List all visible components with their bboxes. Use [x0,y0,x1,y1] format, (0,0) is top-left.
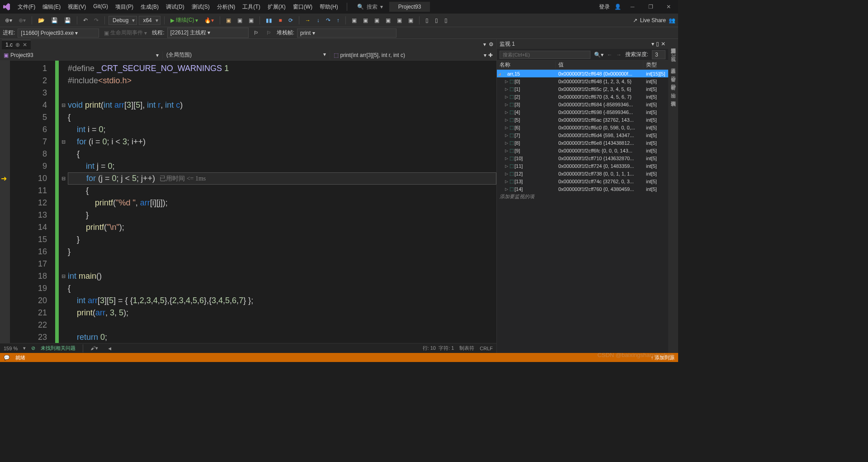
tool2-icon[interactable]: ▣ [235,16,245,25]
menu-analyze[interactable]: 分析(N) [214,1,239,13]
col-name[interactable]: 名称 [497,61,556,69]
close-button[interactable]: ✕ [662,4,675,10]
login-button[interactable]: 登录 [599,3,610,11]
close-tab-icon[interactable]: ✕ [23,42,27,48]
undo-icon[interactable]: ↶ [81,16,90,25]
tool3-icon[interactable]: ▣ [246,16,256,25]
tab-file[interactable]: 1.c⊕✕ [2,40,31,49]
plus-icon[interactable]: ✚ [488,52,493,58]
step-out-icon[interactable]: ↑ [335,16,342,25]
chat-icon[interactable]: 💬 [4,355,10,361]
menu-debug[interactable]: 调试(D) [163,1,188,13]
menu-window[interactable]: 窗口(W) [290,1,316,13]
maximize-button[interactable]: ❐ [644,4,657,10]
platform-combo[interactable]: x64 [139,16,160,25]
step-over-icon[interactable]: ↷ [324,16,333,25]
search-icon[interactable]: 🔍▾ [594,52,604,58]
watch-row[interactable]: ▷⬚ [5]0x000000f1f2cff6ac {32762, 143...i… [497,116,668,124]
watch-row[interactable]: ▷⬚ [2]0x000000f1f2cff670 {3, 4, 5, 6, 7}… [497,93,668,100]
sidetab-diag[interactable]: 诊断工具 [668,61,678,68]
issues-button[interactable]: 未找到相关问题 [41,345,75,352]
menu-project[interactable]: 项目(P) [112,1,137,13]
code-editor[interactable]: 123456789 ➜10 11121314151617181920212223… [0,61,496,343]
col-type[interactable]: 类型 [643,61,668,69]
watch-row[interactable]: ▷⬚ [0]0x000000f1f2cff648 {1, 2, 3, 4, 5}… [497,77,668,85]
minimize-button[interactable]: ─ [626,4,639,10]
redo-icon[interactable]: ↷ [92,16,101,25]
watch-row[interactable]: ▷⬚ [7]0x000000f1f2cff6d4 {598, 14347...i… [497,131,668,139]
menu-extensions[interactable]: 扩展(X) [264,1,289,13]
watch-row[interactable]: ▷⬚ [4]0x000000f1f2cff698 {-85899346...in… [497,108,668,116]
pin-icon[interactable]: ▯ [656,41,659,47]
sidetab-watch3[interactable]: 监视 3 [668,49,678,60]
toolx3-icon[interactable]: ▣ [372,16,382,25]
watch-row[interactable]: ▷⬚ [3]0x000000f1f2cff684 {-85899346...in… [497,100,668,108]
sidetab-out[interactable]: 输出 [668,86,678,93]
watch-dropdown-icon[interactable]: ▾ [651,41,654,47]
stop-icon[interactable]: ■ [276,16,284,25]
menu-help[interactable]: 帮助(H) [316,1,341,13]
sidetab-solution[interactable]: 解决方案资源管理器 [668,41,678,48]
menu-git[interactable]: Git(G) [90,1,111,13]
toolx7-icon[interactable]: ▯ [423,16,431,25]
prev-icon[interactable]: ← [607,52,613,58]
toolx6-icon[interactable]: ▣ [406,16,415,25]
encoding[interactable]: CRLF [480,346,493,351]
watch-row[interactable]: ▷⬚ [10]0x000000f1f2cff710 {143632870...i… [497,154,668,162]
toolx2-icon[interactable]: ▣ [361,16,370,25]
pin-icon[interactable]: ⊕ [15,42,20,48]
close-icon[interactable]: ✕ [661,41,665,47]
nav-scope[interactable]: (全局范围)▾ [163,50,330,60]
menu-file[interactable]: 文件(F) [14,1,38,13]
tabs-mode[interactable]: 制表符 [459,345,474,352]
menu-build[interactable]: 生成(B) [137,1,162,13]
global-search[interactable]: 🔍搜索▾ [357,3,383,11]
save-icon[interactable]: 💾 [49,16,60,25]
watch-row[interactable]: ▷⬚ [12]0x000000f1f2cff738 {0, 0, 1, 1, 1… [497,170,668,177]
watch-add-new[interactable]: 添加要监视的项 [497,193,668,200]
next-icon[interactable]: → [616,52,622,58]
toolx4-icon[interactable]: ▣ [383,16,393,25]
flag-icon[interactable]: 🏳 [251,29,261,38]
watch-row[interactable]: ▷⬚ [8]0x000000f1f2cff6e8 {143438812...in… [497,139,668,147]
process-combo[interactable]: [11660] Project93.exe ▾ [18,29,99,38]
live-share-button[interactable]: ↗Live Share👥 [633,17,675,24]
show-next-icon[interactable]: → [303,16,313,25]
step-into-icon[interactable]: ↓ [315,16,322,25]
watch-row[interactable]: ▷⬚ [6]0x000000f1f2cff6c0 {0, 598, 0, 0,.… [497,124,668,131]
tool-icon[interactable]: ▣ [224,16,233,25]
col-value[interactable]: 值 [556,61,643,69]
continue-button[interactable]: ▶ 继续(C) ▾ [168,15,201,25]
pause-icon[interactable]: ▮▮ [264,16,274,25]
stackframe-combo[interactable]: print ▾ [297,29,396,38]
toolx8-icon[interactable]: ▯ [433,16,440,25]
login-user-icon[interactable]: 👤 [614,4,621,10]
back-button[interactable]: ⊕▾ [3,16,14,25]
watch-row[interactable]: ▷⬚ [9]0x000000f1f2cff6fc {0, 0, 0, 143..… [497,147,668,154]
fold-gutter[interactable]: ⊟⊟⊟⊟ [59,61,68,343]
open-icon[interactable]: 📂 [36,16,47,25]
sidetab-cmd[interactable]: 命令窗口 [668,69,678,76]
zoom-level[interactable]: 159 % [4,346,18,351]
save-all-icon[interactable]: 💾 [62,16,73,25]
toolx5-icon[interactable]: ▣ [395,16,404,25]
depth-combo[interactable]: 3 [652,50,665,59]
paint-icon[interactable]: 🖌▾ [90,345,98,351]
restart-icon[interactable]: ⟳ [286,16,295,25]
thread-combo[interactable]: [22612] 主线程 ▾ [167,28,249,38]
gear-icon[interactable]: ⚙ [489,41,494,48]
hot-reload-icon[interactable]: 🔥▾ [202,16,216,25]
issues-icon[interactable]: ⊘ [31,345,35,351]
menu-tools[interactable]: 工具(T) [239,1,263,13]
nav-project[interactable]: ▣Project93▾ [0,51,163,59]
menu-edit[interactable]: 编辑(E) [39,1,64,13]
watch-row[interactable]: ◢⬚ arr,150x000000f1f2cff648 {0x000000f..… [497,70,668,77]
menu-test[interactable]: 测试(S) [189,1,213,13]
sidetab-err[interactable]: 错误列表 [668,94,678,101]
nav-function[interactable]: ⬚print(int arr[3][5], int r, int c)▾✚ [330,51,497,59]
watch-search-input[interactable] [500,51,590,59]
watch-row[interactable]: ▷⬚ [13]0x000000f1f2cff74c {32762, 0, 3..… [497,177,668,185]
forward-button[interactable]: ⊕▾ [16,16,28,25]
tab-dropdown-icon[interactable]: ▾ [483,41,486,48]
watch-rows[interactable]: ◢⬚ arr,150x000000f1f2cff648 {0x000000f..… [497,70,668,353]
